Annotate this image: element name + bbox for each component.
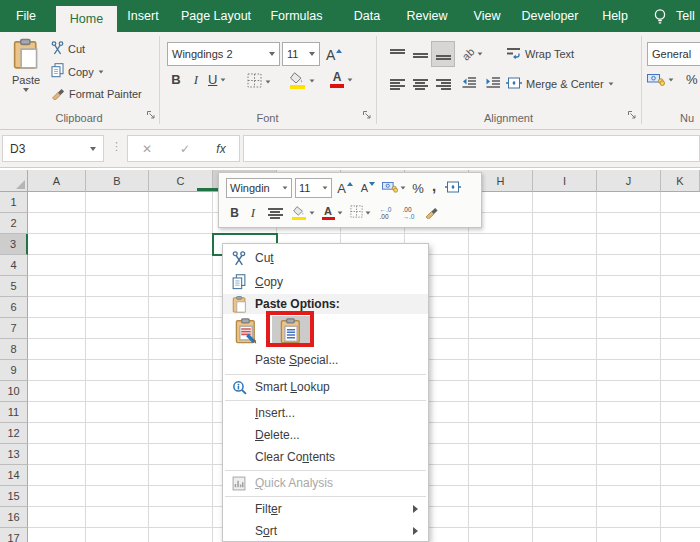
tab-file[interactable]: File — [6, 0, 46, 32]
row-header-10[interactable]: 10 — [0, 381, 28, 402]
row-header-1[interactable]: 1 — [0, 192, 28, 213]
mini-format-painter-button[interactable] — [421, 203, 441, 223]
copy-button[interactable]: Copy — [51, 63, 104, 80]
paste-button[interactable]: Paste — [6, 38, 46, 92]
align-left-button[interactable] — [386, 72, 408, 96]
number-format-combo[interactable]: General — [647, 42, 700, 66]
mini-font-color-button[interactable]: A — [319, 203, 345, 223]
menu-item-cut[interactable]: Cut — [223, 246, 428, 270]
formula-input[interactable] — [243, 135, 700, 162]
mini-borders-button[interactable] — [347, 203, 373, 223]
alignment-dialog-launcher[interactable] — [627, 106, 637, 124]
decrease-indent-button[interactable] — [458, 72, 480, 96]
select-all-corner[interactable] — [0, 170, 28, 192]
row-header-15[interactable]: 15 — [0, 486, 28, 507]
align-right-button[interactable] — [432, 72, 454, 96]
row-header-14[interactable]: 14 — [0, 465, 28, 486]
accounting-format-button[interactable] — [647, 72, 674, 88]
row-header-9[interactable]: 9 — [0, 360, 28, 381]
column-header-I[interactable]: I — [533, 170, 597, 192]
mini-align-center-button[interactable] — [263, 203, 287, 223]
paste-option-keep-source-formatting[interactable] — [231, 317, 261, 345]
enter-icon[interactable]: ✓ — [166, 142, 204, 156]
mini-increase-decimal-button[interactable]: ←.0.00 — [375, 203, 396, 223]
accounting-format-icon — [647, 72, 665, 88]
tab-data[interactable]: Data — [336, 0, 398, 32]
mini-italic-button[interactable]: I — [245, 203, 261, 223]
align-middle-button[interactable] — [409, 42, 431, 66]
mini-decrease-decimal-button[interactable]: .00→.0 — [398, 203, 419, 223]
font-color-bar — [330, 84, 344, 88]
tell-me-label[interactable]: Tell — [676, 9, 695, 23]
mini-grow-font-button[interactable]: A — [335, 178, 355, 198]
merge-center-button[interactable]: Merge & Center — [506, 72, 614, 96]
borders-button[interactable] — [247, 73, 271, 90]
menu-item-insert[interactable]: Insert... — [223, 402, 428, 424]
row-header-8[interactable]: 8 — [0, 339, 28, 360]
font-color-button[interactable]: A — [330, 72, 353, 88]
row-header-11[interactable]: 11 — [0, 402, 28, 423]
tab-insert[interactable]: Insert — [117, 0, 169, 32]
italic-button[interactable]: I — [189, 72, 203, 88]
row-header-4[interactable]: 4 — [0, 255, 28, 276]
bold-button[interactable]: B — [168, 72, 184, 87]
row-header-12[interactable]: 12 — [0, 423, 28, 444]
tab-home[interactable]: Home — [56, 6, 117, 32]
row-header-17[interactable]: 17 — [0, 528, 28, 542]
menu-item-smart-lookup[interactable]: Smart Lookup — [223, 376, 428, 398]
wrap-text-button[interactable]: Wrap Text — [506, 42, 574, 66]
fill-color-button[interactable] — [289, 72, 315, 89]
mini-merge-center-button[interactable] — [442, 178, 464, 198]
mini-font-name-combo[interactable]: Wingdin — [226, 178, 292, 198]
mini-bold-button[interactable]: B — [226, 203, 243, 223]
tab-formulas[interactable]: Formulas — [249, 0, 344, 32]
row-header-6[interactable]: 6 — [0, 297, 28, 318]
row-header-16[interactable]: 16 — [0, 507, 28, 528]
tab-developer[interactable]: Developer — [505, 0, 595, 32]
column-header-K[interactable]: K — [661, 170, 700, 192]
row-header-7[interactable]: 7 — [0, 318, 28, 339]
menu-item-sort[interactable]: Sort — [223, 520, 428, 542]
cut-button[interactable]: Cut — [51, 41, 85, 57]
row-header-2[interactable]: 2 — [0, 213, 28, 234]
mini-accounting-format-button[interactable] — [381, 178, 407, 198]
font-dialog-launcher[interactable] — [362, 106, 372, 124]
row-header-13[interactable]: 13 — [0, 444, 28, 465]
menu-item-delete[interactable]: Delete... — [223, 424, 428, 446]
mini-comma-style-button[interactable]: , — [429, 178, 439, 198]
tab-help[interactable]: Help — [585, 0, 645, 32]
font-size-combo[interactable]: 11 — [282, 42, 320, 66]
insert-function-icon[interactable]: fx — [204, 142, 238, 156]
align-bottom-button[interactable] — [432, 42, 454, 66]
mini-percent-style-button[interactable]: % — [410, 178, 426, 198]
mini-font-size-combo[interactable]: 11 — [295, 178, 332, 198]
cancel-icon[interactable]: ✕ — [128, 142, 166, 156]
formula-bar-resize-dots-icon[interactable]: ⋮ — [111, 143, 122, 150]
menu-item-clear-contents[interactable]: Clear Contents — [223, 446, 428, 468]
clipboard-dialog-launcher[interactable] — [146, 106, 156, 124]
percent-style-button[interactable]: % — [686, 72, 698, 87]
mini-fill-color-button[interactable] — [289, 203, 317, 223]
row-header-5[interactable]: 5 — [0, 276, 28, 297]
column-header-J[interactable]: J — [597, 170, 661, 192]
menu-item-filter[interactable]: Filter — [223, 498, 428, 520]
underline-button[interactable]: U — [208, 72, 226, 87]
increase-indent-button[interactable] — [482, 72, 504, 96]
column-header-B[interactable]: B — [86, 170, 149, 192]
menu-item-copy[interactable]: Copy — [223, 270, 428, 294]
row-header-3[interactable]: 3 — [0, 234, 28, 255]
grow-font-button[interactable]: A — [326, 44, 352, 66]
orientation-button[interactable]: ab — [462, 42, 483, 66]
shrink-font-arrow-icon — [369, 182, 375, 186]
font-name-combo[interactable]: Wingdings 2 — [167, 42, 280, 66]
tell-me-lightbulb-icon[interactable] — [652, 8, 668, 30]
align-center-button[interactable] — [409, 72, 431, 96]
format-painter-icon — [424, 204, 439, 223]
tab-page-layout[interactable]: Page Layout — [171, 0, 261, 32]
column-header-A[interactable]: A — [28, 170, 86, 192]
menu-item-paste-special[interactable]: Paste Special... — [223, 348, 428, 372]
name-box[interactable]: D3 — [2, 135, 104, 162]
mini-shrink-font-button[interactable]: A — [358, 178, 378, 198]
format-painter-button[interactable]: Format Painter — [51, 85, 142, 102]
align-top-button[interactable] — [386, 42, 408, 66]
